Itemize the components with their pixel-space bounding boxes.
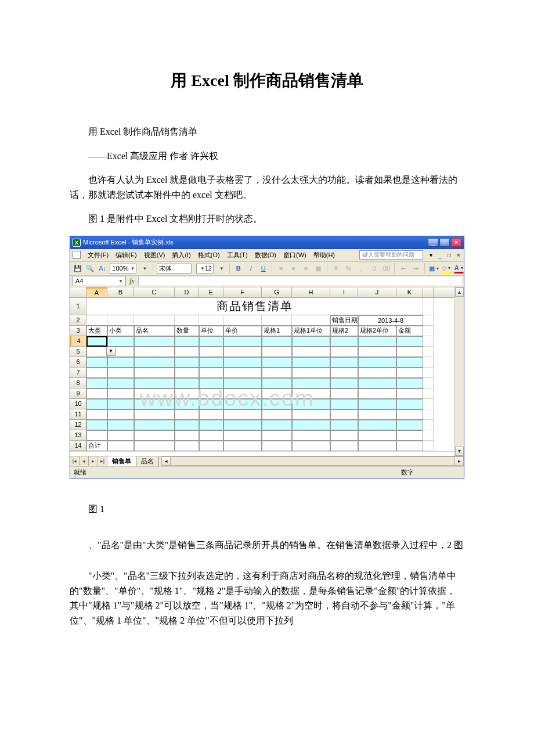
vertical-scrollbar[interactable]: ▲ ▼	[454, 287, 464, 456]
hdr-big-class[interactable]: 大类	[86, 326, 107, 336]
cell-J5[interactable]	[358, 347, 396, 357]
cell-L14[interactable]	[423, 441, 434, 451]
hdr-small-class[interactable]: 小类	[107, 326, 134, 336]
menu-file[interactable]: 文件(F)	[84, 250, 112, 261]
cell-L3[interactable]	[423, 326, 434, 336]
cell-C2[interactable]	[134, 315, 175, 326]
cell-L10[interactable]	[423, 399, 434, 409]
horizontal-scrollbar[interactable]: ◂ ▸	[161, 456, 464, 466]
cell-D2[interactable]	[175, 315, 199, 326]
wb-max-button[interactable]: □	[445, 251, 453, 258]
menu-window[interactable]: 窗口(W)	[280, 250, 310, 261]
row-header-3[interactable]: 3	[70, 326, 86, 336]
cell-H12[interactable]	[292, 420, 330, 430]
cell-D12[interactable]	[175, 420, 199, 430]
close-button[interactable]: ×	[451, 238, 461, 247]
cell-J2-sale-date[interactable]: 2013-4-8	[358, 315, 423, 326]
scroll-up-icon[interactable]: ▲	[455, 287, 464, 297]
cell-J6[interactable]	[358, 357, 396, 368]
cell-F4[interactable]	[223, 336, 262, 347]
cell-J4[interactable]	[358, 336, 396, 347]
cell-D5[interactable]	[175, 347, 199, 357]
cell-L13[interactable]	[423, 430, 434, 441]
cell-A7[interactable]	[86, 368, 107, 378]
row-header-4[interactable]: 4	[70, 336, 86, 347]
cell-K12[interactable]	[396, 420, 423, 430]
row-header-8[interactable]: 8	[70, 378, 86, 388]
cell-I10[interactable]	[330, 399, 358, 409]
cell-B4[interactable]	[107, 336, 134, 347]
align-right-icon[interactable]: ≡	[301, 263, 311, 273]
maximize-button[interactable]: □	[439, 238, 450, 247]
font-size-combo[interactable]: ▼12	[196, 264, 214, 273]
cell-A11[interactable]	[86, 409, 107, 420]
wb-minimize-button[interactable]: ▾	[427, 251, 435, 258]
cell-B11[interactable]	[107, 409, 134, 420]
col-header-J[interactable]: J	[358, 287, 396, 297]
cell-L6[interactable]	[423, 357, 434, 368]
cell-G14[interactable]	[262, 441, 292, 451]
cell-G7[interactable]	[262, 368, 292, 378]
cell-D11[interactable]	[175, 409, 199, 420]
cell-H11[interactable]	[292, 409, 330, 420]
cell-L11[interactable]	[423, 409, 434, 420]
cell-G5[interactable]	[262, 347, 292, 357]
cell-C9[interactable]	[134, 388, 175, 399]
cell-D7[interactable]	[175, 368, 199, 378]
cell-K8[interactable]	[396, 378, 423, 388]
cell-C12[interactable]	[134, 420, 175, 430]
row-header-9[interactable]: 9	[70, 388, 86, 399]
cell-D6[interactable]	[175, 357, 199, 368]
hdr-spec2-unit[interactable]: 规格2单位	[358, 326, 396, 336]
cell-H7[interactable]	[292, 368, 330, 378]
cell-B6[interactable]	[107, 357, 134, 368]
cell-B2[interactable]	[107, 315, 134, 326]
sheet-tab-sales[interactable]: 销售单	[107, 456, 136, 466]
cell-H5[interactable]	[292, 347, 330, 357]
cell-F11[interactable]	[223, 409, 262, 420]
cell-G6[interactable]	[262, 357, 292, 368]
hdr-unit[interactable]: 单位	[199, 326, 223, 336]
cell-C10[interactable]	[134, 399, 175, 409]
cell-I8[interactable]	[330, 378, 358, 388]
cell-F12[interactable]	[223, 420, 262, 430]
cell-H14[interactable]	[292, 441, 330, 451]
row-header-14[interactable]: 14	[70, 441, 86, 451]
cell-E14[interactable]	[199, 441, 223, 451]
menu-insert[interactable]: 插入(I)	[168, 250, 194, 261]
cell-D10[interactable]	[175, 399, 199, 409]
sheet-title-cell[interactable]: 商品销售清单	[86, 298, 423, 315]
currency-icon[interactable]: ¥	[331, 263, 341, 273]
cell-C14[interactable]	[134, 441, 175, 451]
cell-G8[interactable]	[262, 378, 292, 388]
cell-A6[interactable]	[86, 357, 107, 368]
cell-H10[interactable]	[292, 399, 330, 409]
menu-format[interactable]: 格式(O)	[194, 250, 223, 261]
col-header-A[interactable]: A	[86, 287, 107, 297]
italic-icon[interactable]: I	[246, 263, 256, 273]
cell-B14[interactable]	[107, 441, 134, 451]
cell-L12[interactable]	[423, 420, 434, 430]
cell-B12[interactable]	[107, 420, 134, 430]
cell-I5[interactable]	[330, 347, 358, 357]
cell-A8[interactable]	[86, 378, 107, 388]
inc-decimal-icon[interactable]: .0	[368, 263, 378, 273]
cell-C11[interactable]	[134, 409, 175, 420]
cell-I13[interactable]	[330, 430, 358, 441]
minimize-button[interactable]: _	[428, 238, 438, 247]
col-header-H[interactable]: H	[292, 287, 330, 297]
cell-L7[interactable]	[423, 368, 434, 378]
cell-K14[interactable]	[396, 441, 423, 451]
fill-color-icon[interactable]: ◇▾	[441, 263, 451, 273]
cell-B8[interactable]	[107, 378, 134, 388]
cell-J11[interactable]	[358, 409, 396, 420]
menu-help[interactable]: 帮助(H)	[310, 250, 338, 261]
cell-K11[interactable]	[396, 409, 423, 420]
percent-icon[interactable]: %	[344, 263, 353, 273]
menu-edit[interactable]: 编辑(E)	[112, 250, 140, 261]
hdr-spec1-unit[interactable]: 规格1单位	[292, 326, 330, 336]
cell-A13[interactable]	[86, 430, 107, 441]
cell-J9[interactable]	[358, 388, 396, 399]
row-header-1[interactable]: 1	[70, 298, 86, 315]
font-color-icon[interactable]: A▾	[454, 263, 464, 273]
